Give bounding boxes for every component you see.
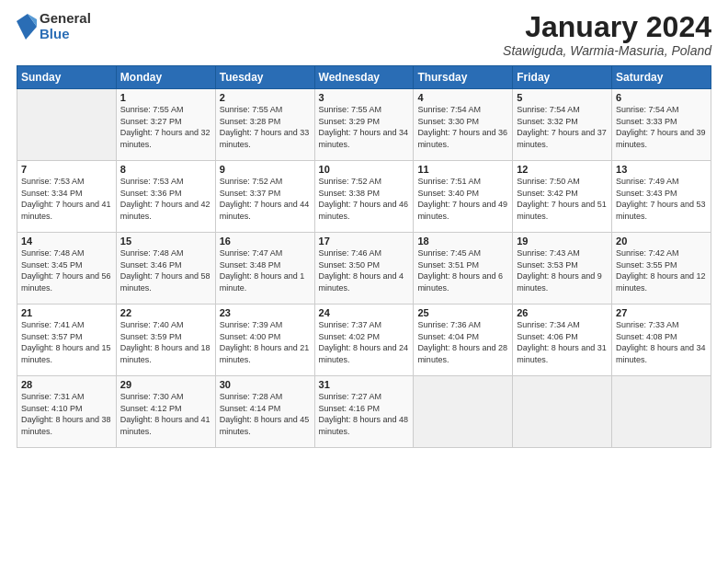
- calendar-cell: 6Sunrise: 7:54 AMSunset: 3:33 PMDaylight…: [612, 89, 711, 161]
- day-info: Sunrise: 7:34 AMSunset: 4:06 PMDaylight:…: [517, 319, 608, 365]
- calendar-cell: 25Sunrise: 7:36 AMSunset: 4:04 PMDayligh…: [414, 304, 513, 376]
- day-info: Sunrise: 7:46 AMSunset: 3:50 PMDaylight:…: [319, 247, 410, 293]
- day-number: 9: [220, 164, 311, 175]
- day-info: Sunrise: 7:36 AMSunset: 4:04 PMDaylight:…: [417, 319, 508, 365]
- calendar-cell: 10Sunrise: 7:52 AMSunset: 3:38 PMDayligh…: [314, 161, 414, 233]
- calendar-week-row: 14Sunrise: 7:48 AMSunset: 3:45 PMDayligh…: [17, 233, 711, 304]
- day-number: 19: [517, 236, 608, 247]
- header: General Blue January 2024 Stawiguda, War…: [17, 11, 711, 58]
- day-number: 4: [417, 92, 508, 103]
- calendar-cell: 20Sunrise: 7:42 AMSunset: 3:55 PMDayligh…: [612, 233, 711, 304]
- calendar-cell: 7Sunrise: 7:53 AMSunset: 3:34 PMDaylight…: [17, 161, 117, 233]
- day-header: Monday: [116, 66, 215, 89]
- day-number: 27: [616, 307, 707, 318]
- day-number: 3: [319, 92, 410, 103]
- calendar-week-row: 21Sunrise: 7:41 AMSunset: 3:57 PMDayligh…: [17, 304, 711, 376]
- day-info: Sunrise: 7:43 AMSunset: 3:53 PMDaylight:…: [517, 247, 608, 293]
- day-info: Sunrise: 7:49 AMSunset: 3:43 PMDaylight:…: [616, 176, 707, 222]
- calendar-cell: [414, 376, 513, 448]
- day-number: 30: [220, 379, 311, 390]
- day-info: Sunrise: 7:54 AMSunset: 3:30 PMDaylight:…: [417, 104, 508, 150]
- day-number: 25: [417, 307, 508, 318]
- day-header: Thursday: [414, 66, 513, 89]
- day-info: Sunrise: 7:48 AMSunset: 3:45 PMDaylight:…: [21, 247, 112, 293]
- day-info: Sunrise: 7:40 AMSunset: 3:59 PMDaylight:…: [120, 319, 211, 365]
- day-number: 1: [120, 92, 211, 103]
- day-number: 11: [417, 164, 508, 175]
- calendar-cell: 27Sunrise: 7:33 AMSunset: 4:08 PMDayligh…: [612, 304, 711, 376]
- day-number: 28: [21, 379, 112, 390]
- day-info: Sunrise: 7:54 AMSunset: 3:32 PMDaylight:…: [517, 104, 608, 150]
- day-number: 14: [21, 236, 112, 247]
- day-number: 20: [616, 236, 707, 247]
- calendar-title: January 2024: [503, 11, 711, 43]
- day-header: Sunday: [17, 66, 117, 89]
- day-info: Sunrise: 7:55 AMSunset: 3:29 PMDaylight:…: [319, 104, 410, 150]
- logo-general: General: [40, 11, 91, 27]
- day-info: Sunrise: 7:30 AMSunset: 4:12 PMDaylight:…: [120, 391, 211, 437]
- day-number: 29: [120, 379, 211, 390]
- logo: General Blue: [17, 11, 91, 41]
- day-number: 22: [120, 307, 211, 318]
- day-header: Wednesday: [314, 66, 414, 89]
- day-number: 12: [517, 164, 608, 175]
- day-info: Sunrise: 7:54 AMSunset: 3:33 PMDaylight:…: [616, 104, 707, 150]
- day-number: 21: [21, 307, 112, 318]
- day-header: Saturday: [612, 66, 711, 89]
- day-info: Sunrise: 7:51 AMSunset: 3:40 PMDaylight:…: [417, 176, 508, 222]
- day-info: Sunrise: 7:48 AMSunset: 3:46 PMDaylight:…: [120, 247, 211, 293]
- calendar-cell: 3Sunrise: 7:55 AMSunset: 3:29 PMDaylight…: [314, 89, 414, 161]
- calendar-cell: 1Sunrise: 7:55 AMSunset: 3:27 PMDaylight…: [116, 89, 215, 161]
- day-number: 26: [517, 307, 608, 318]
- day-number: 7: [21, 164, 112, 175]
- day-info: Sunrise: 7:52 AMSunset: 3:37 PMDaylight:…: [220, 176, 311, 222]
- calendar-cell: 8Sunrise: 7:53 AMSunset: 3:36 PMDaylight…: [116, 161, 215, 233]
- calendar-cell: [513, 376, 612, 448]
- calendar-cell: 22Sunrise: 7:40 AMSunset: 3:59 PMDayligh…: [116, 304, 215, 376]
- day-number: 15: [120, 236, 211, 247]
- calendar-cell: 19Sunrise: 7:43 AMSunset: 3:53 PMDayligh…: [513, 233, 612, 304]
- day-number: 8: [120, 164, 211, 175]
- day-number: 13: [616, 164, 707, 175]
- logo-blue: Blue: [40, 27, 91, 42]
- calendar-cell: 5Sunrise: 7:54 AMSunset: 3:32 PMDaylight…: [513, 89, 612, 161]
- day-info: Sunrise: 7:55 AMSunset: 3:28 PMDaylight:…: [220, 104, 311, 150]
- day-number: 31: [319, 379, 410, 390]
- day-info: Sunrise: 7:52 AMSunset: 3:38 PMDaylight:…: [319, 176, 410, 222]
- day-number: 18: [417, 236, 508, 247]
- calendar-cell: 4Sunrise: 7:54 AMSunset: 3:30 PMDaylight…: [414, 89, 513, 161]
- calendar-week-row: 1Sunrise: 7:55 AMSunset: 3:27 PMDaylight…: [17, 89, 711, 161]
- calendar-cell: 9Sunrise: 7:52 AMSunset: 3:37 PMDaylight…: [215, 161, 314, 233]
- day-number: 23: [220, 307, 311, 318]
- day-info: Sunrise: 7:42 AMSunset: 3:55 PMDaylight:…: [616, 247, 707, 293]
- day-number: 6: [616, 92, 707, 103]
- logo-icon: [17, 14, 37, 40]
- calendar-cell: 16Sunrise: 7:47 AMSunset: 3:48 PMDayligh…: [215, 233, 314, 304]
- calendar-subtitle: Stawiguda, Warmia-Masuria, Poland: [503, 43, 711, 58]
- calendar-cell: 28Sunrise: 7:31 AMSunset: 4:10 PMDayligh…: [17, 376, 117, 448]
- day-info: Sunrise: 7:31 AMSunset: 4:10 PMDaylight:…: [21, 391, 112, 437]
- day-number: 2: [220, 92, 311, 103]
- calendar-header-row: SundayMondayTuesdayWednesdayThursdayFrid…: [17, 66, 711, 89]
- calendar-cell: 24Sunrise: 7:37 AMSunset: 4:02 PMDayligh…: [314, 304, 414, 376]
- calendar-cell: 2Sunrise: 7:55 AMSunset: 3:28 PMDaylight…: [215, 89, 314, 161]
- calendar-cell: 18Sunrise: 7:45 AMSunset: 3:51 PMDayligh…: [414, 233, 513, 304]
- calendar-cell: 11Sunrise: 7:51 AMSunset: 3:40 PMDayligh…: [414, 161, 513, 233]
- day-info: Sunrise: 7:41 AMSunset: 3:57 PMDaylight:…: [21, 319, 112, 365]
- day-info: Sunrise: 7:47 AMSunset: 3:48 PMDaylight:…: [220, 247, 311, 293]
- day-header: Friday: [513, 66, 612, 89]
- day-number: 16: [220, 236, 311, 247]
- calendar-cell: 15Sunrise: 7:48 AMSunset: 3:46 PMDayligh…: [116, 233, 215, 304]
- logo-text: General Blue: [40, 11, 91, 41]
- day-number: 17: [319, 236, 410, 247]
- day-info: Sunrise: 7:55 AMSunset: 3:27 PMDaylight:…: [120, 104, 211, 150]
- day-header: Tuesday: [215, 66, 314, 89]
- calendar-cell: 21Sunrise: 7:41 AMSunset: 3:57 PMDayligh…: [17, 304, 117, 376]
- title-block: January 2024 Stawiguda, Warmia-Masuria, …: [503, 11, 711, 58]
- calendar-cell: 30Sunrise: 7:28 AMSunset: 4:14 PMDayligh…: [215, 376, 314, 448]
- calendar-cell: 13Sunrise: 7:49 AMSunset: 3:43 PMDayligh…: [612, 161, 711, 233]
- day-number: 5: [517, 92, 608, 103]
- calendar-cell: 31Sunrise: 7:27 AMSunset: 4:16 PMDayligh…: [314, 376, 414, 448]
- day-info: Sunrise: 7:33 AMSunset: 4:08 PMDaylight:…: [616, 319, 707, 365]
- calendar-cell: 26Sunrise: 7:34 AMSunset: 4:06 PMDayligh…: [513, 304, 612, 376]
